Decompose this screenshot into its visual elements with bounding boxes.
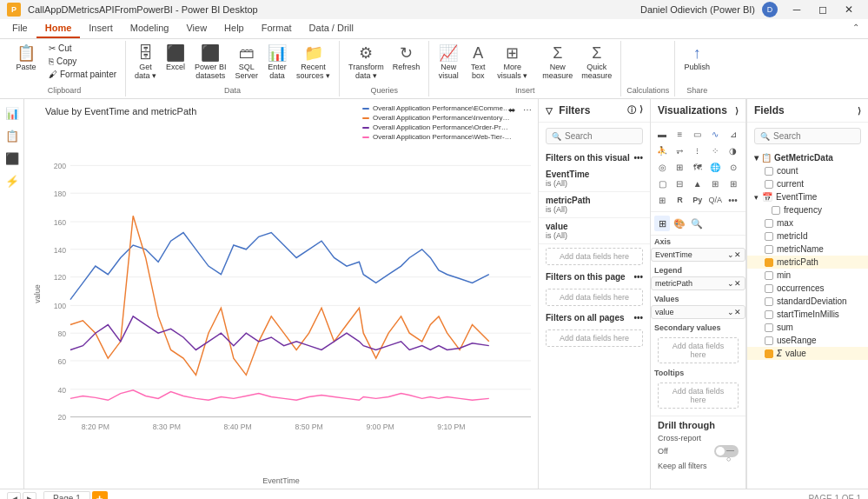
format-painter-button[interactable]: 🖌 Format painter <box>45 69 120 80</box>
viz-icon-card[interactable]: ▢ <box>654 176 670 191</box>
viz-icon-kpi[interactable]: ▲ <box>690 176 706 191</box>
viz-icon-r-visual[interactable]: R <box>672 192 687 208</box>
more-visuals-button[interactable]: ⊞ Morevisuals ▾ <box>494 43 531 83</box>
filter-eventtime[interactable]: EventTime is (All) <box>539 166 650 192</box>
fields-search-box[interactable]: 🔍 <box>754 128 861 144</box>
field-item-count[interactable]: count <box>747 164 868 177</box>
field-item-eventtime-group[interactable]: ▾ 📅 EventTime <box>747 190 868 203</box>
viz-icon-stacked-bar-h[interactable]: ▭ <box>690 126 706 142</box>
fields-expand[interactable]: ⟩ <box>858 106 861 116</box>
field-item-frequency[interactable]: frequency <box>747 203 868 216</box>
tab-modeling[interactable]: Modeling <box>122 19 178 38</box>
viz-analytics-tab[interactable]: 🔍 <box>689 216 705 231</box>
filters-search-box[interactable]: 🔍 <box>546 128 643 144</box>
filters-search-input[interactable] <box>565 131 637 141</box>
tab-file[interactable]: File <box>3 19 36 38</box>
filters-expand-button[interactable]: ⟩ <box>639 104 643 116</box>
viz-icon-clustered-bar[interactable]: ≡ <box>672 126 687 142</box>
field-item-starttimeinmillis[interactable]: startTimeInMillis <box>747 308 868 321</box>
page-prev-button[interactable]: ◀ <box>7 492 21 500</box>
viz-axis-field[interactable]: EventTime ⌄ ✕ <box>651 248 745 262</box>
filter-page-add[interactable]: Add data fields here <box>546 289 643 306</box>
field-group-header[interactable]: ▾ 📋 GetMetricData <box>747 151 868 164</box>
field-item-sum[interactable]: sum <box>747 321 868 334</box>
field-item-userange[interactable]: useRange <box>747 334 868 347</box>
field-checkbox-metricid[interactable] <box>765 232 773 241</box>
sidebar-data-icon[interactable]: 📋 <box>2 125 23 146</box>
field-checkbox-current[interactable] <box>765 180 773 189</box>
ribbon-collapse[interactable]: ⌃ <box>847 19 865 38</box>
tab-help[interactable]: Help <box>215 19 253 38</box>
viz-format-tab[interactable]: 🎨 <box>672 216 687 231</box>
field-item-metricpath[interactable]: metricPath <box>747 256 868 269</box>
tab-data-drill[interactable]: Data / Drill <box>301 19 362 38</box>
field-item-min[interactable]: min <box>747 269 868 282</box>
viz-icon-donut[interactable]: ◎ <box>654 159 670 175</box>
new-measure-button[interactable]: Σ Newmeasure <box>539 43 576 83</box>
field-checkbox-min[interactable] <box>765 271 773 280</box>
field-checkbox-max[interactable] <box>765 219 773 228</box>
viz-tooltips-add[interactable]: Add data fields here <box>658 383 739 409</box>
viz-icon-scatter[interactable]: ⁘ <box>707 143 723 158</box>
sidebar-model-icon[interactable]: ⬛ <box>2 148 23 169</box>
viz-icon-more[interactable]: ••• <box>726 192 741 208</box>
tab-insert[interactable]: Insert <box>80 19 122 38</box>
transform-data-button[interactable]: ⚙ Transformdata ▾ <box>345 43 388 83</box>
powerbi-datasets-button[interactable]: ⬛ Power BIdatasets <box>191 43 230 83</box>
filters-on-page-more[interactable]: ••• <box>633 272 643 282</box>
viz-icon-line[interactable]: ∿ <box>707 126 723 142</box>
field-item-standarddeviation[interactable]: standardDeviation <box>747 295 868 308</box>
viz-icon-pie[interactable]: ◑ <box>726 143 741 158</box>
publish-button[interactable]: ↑ Publish <box>680 43 713 74</box>
viz-axis-dropdown[interactable]: ⌄ <box>727 250 734 259</box>
field-checkbox-value[interactable] <box>765 349 773 358</box>
viz-icon-area[interactable]: ⊿ <box>726 126 741 142</box>
filter-value[interactable]: value is (All) <box>539 218 650 244</box>
viz-icon-choropleth[interactable]: 🌐 <box>707 159 723 175</box>
viz-fields-tab[interactable]: ⊞ <box>654 216 670 231</box>
drill-toggle[interactable]: —○ <box>714 445 739 457</box>
field-item-occurrences[interactable]: occurrences <box>747 282 868 295</box>
viz-panel-expand[interactable]: ⟩ <box>735 106 739 116</box>
get-data-button[interactable]: 🗄 Getdata ▾ <box>131 43 160 83</box>
viz-icon-treemap[interactable]: ⊞ <box>672 159 687 175</box>
fields-search-input[interactable] <box>773 131 855 141</box>
field-item-metricid[interactable]: metricId <box>747 230 868 243</box>
field-checkbox-sum[interactable] <box>765 323 773 332</box>
new-visual-button[interactable]: 📈 Newvisual <box>434 43 462 83</box>
viz-icon-multi-row[interactable]: ⊟ <box>672 176 687 191</box>
viz-legend-field[interactable]: metricPath ⌄ ✕ <box>651 276 745 290</box>
viz-icon-stacked-bar[interactable]: ▬ <box>654 126 670 142</box>
viz-legend-dropdown[interactable]: ⌄ <box>727 279 734 288</box>
quick-measure-button[interactable]: Σ Quickmeasure <box>578 43 615 83</box>
close-button[interactable]: ✕ <box>837 0 861 19</box>
cut-button[interactable]: ✂ Cut <box>45 43 120 54</box>
enter-data-button[interactable]: 📊 Enterdata <box>263 43 291 83</box>
copy-button[interactable]: ⎘ Copy <box>45 56 120 67</box>
field-item-value[interactable]: Σ value <box>747 347 868 360</box>
filters-on-visual-more[interactable]: ••• <box>633 153 643 163</box>
restore-button[interactable]: ◻ <box>811 0 835 19</box>
sql-button[interactable]: 🗃 SQLServer <box>232 43 262 83</box>
viz-icon-python[interactable]: Py <box>690 192 706 208</box>
minimize-button[interactable]: ─ <box>785 0 809 19</box>
field-checkbox-starttimeinmillis[interactable] <box>765 310 773 319</box>
tab-view[interactable]: View <box>177 19 215 38</box>
viz-values-field[interactable]: value ⌄ ✕ <box>651 305 745 319</box>
field-item-metricname[interactable]: metricName <box>747 243 868 256</box>
refresh-button[interactable]: ↻ Refresh <box>389 43 424 74</box>
recent-sources-button[interactable]: 📁 Recentsources ▾ <box>293 43 334 83</box>
field-checkbox-standarddeviation[interactable] <box>765 297 773 306</box>
field-checkbox-metricpath[interactable] <box>765 258 773 267</box>
sidebar-dax-icon[interactable]: ⚡ <box>2 170 23 191</box>
add-page-button[interactable]: + <box>92 491 108 500</box>
viz-values-dropdown[interactable]: ⌄ <box>727 308 734 316</box>
viz-icon-slicer[interactable]: ⊞ <box>707 176 723 191</box>
viz-icon-gauge[interactable]: ⊙ <box>726 159 741 175</box>
field-checkbox-frequency[interactable] <box>772 206 780 215</box>
viz-icon-qa[interactable]: Q/A <box>707 192 723 208</box>
viz-icon-ribbon[interactable]: ⥅ <box>672 143 687 158</box>
field-checkbox-userange[interactable] <box>765 336 773 345</box>
field-checkbox-metricname[interactable] <box>765 245 773 254</box>
viz-legend-remove[interactable]: ✕ <box>734 279 741 288</box>
